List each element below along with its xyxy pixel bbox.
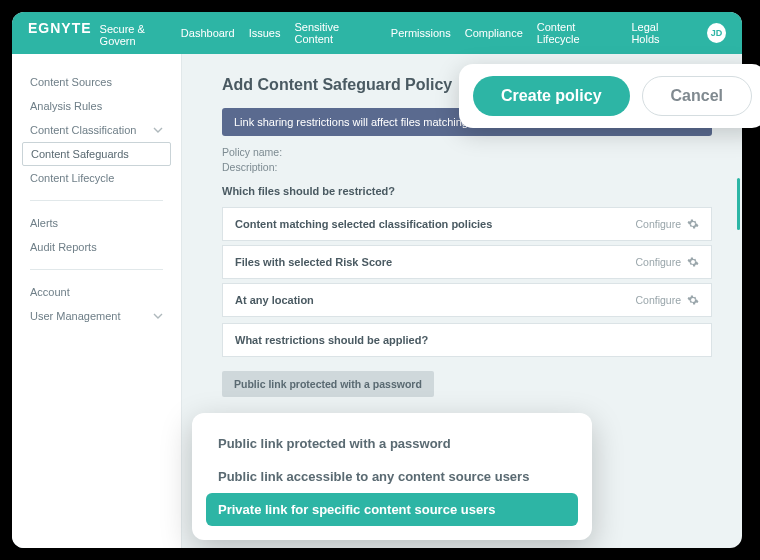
scrollbar-thumb[interactable] xyxy=(737,178,740,230)
nav-content-lifecycle[interactable]: Content Lifecycle xyxy=(537,21,618,45)
config-row-location[interactable]: At any location Configure xyxy=(222,283,712,317)
top-nav: Dashboard Issues Sensitive Content Permi… xyxy=(181,21,726,45)
action-bar: Create policy Cancel xyxy=(459,64,760,128)
brand-product: Secure & Govern xyxy=(100,23,181,47)
nav-permissions[interactable]: Permissions xyxy=(391,27,451,39)
sidebar-item-content-lifecycle[interactable]: Content Lifecycle xyxy=(12,166,181,190)
sidebar-item-label: Account xyxy=(30,286,70,298)
sidebar: Content Sources Analysis Rules Content C… xyxy=(12,54,182,548)
nav-legal-holds[interactable]: Legal Holds xyxy=(631,21,686,45)
sidebar-item-label: Audit Reports xyxy=(30,241,97,253)
nav-sensitive-content[interactable]: Sensitive Content xyxy=(294,21,376,45)
sidebar-divider xyxy=(30,200,163,201)
gear-icon[interactable] xyxy=(687,218,699,230)
sidebar-item-label: Content Lifecycle xyxy=(30,172,114,184)
dropdown-option-public-password[interactable]: Public link protected with a password xyxy=(206,427,578,460)
description-label: Description: xyxy=(222,161,277,173)
dropdown-option-public-any-user[interactable]: Public link accessible to any content so… xyxy=(206,460,578,493)
configure-link[interactable]: Configure xyxy=(635,256,681,268)
sidebar-item-user-management[interactable]: User Management xyxy=(12,304,181,328)
sidebar-item-audit-reports[interactable]: Audit Reports xyxy=(12,235,181,259)
brand: EGNYTE Secure & Govern xyxy=(28,20,181,47)
avatar[interactable]: JD xyxy=(707,23,726,43)
nav-dashboard[interactable]: Dashboard xyxy=(181,27,235,39)
dropdown-option-private-specific[interactable]: Private link for specific content source… xyxy=(206,493,578,526)
restriction-chip[interactable]: Public link protected with a password xyxy=(222,371,434,397)
section-question-restrictions: What restrictions should be applied? xyxy=(222,323,712,357)
brand-logo: EGNYTE xyxy=(28,20,92,36)
sidebar-item-label: User Management xyxy=(30,310,121,322)
restriction-dropdown: Public link protected with a password Pu… xyxy=(192,413,592,540)
sidebar-item-label: Analysis Rules xyxy=(30,100,102,112)
config-row-classification[interactable]: Content matching selected classification… xyxy=(222,207,712,241)
sidebar-item-label: Content Safeguards xyxy=(31,148,129,160)
config-row-label: At any location xyxy=(235,294,635,306)
chevron-down-icon xyxy=(153,311,163,321)
sidebar-item-account[interactable]: Account xyxy=(12,280,181,304)
gear-icon[interactable] xyxy=(687,294,699,306)
sidebar-item-content-sources[interactable]: Content Sources xyxy=(12,70,181,94)
sidebar-item-content-classification[interactable]: Content Classification xyxy=(12,118,181,142)
nav-compliance[interactable]: Compliance xyxy=(465,27,523,39)
nav-issues[interactable]: Issues xyxy=(249,27,281,39)
sidebar-divider xyxy=(30,269,163,270)
sidebar-item-content-safeguards[interactable]: Content Safeguards xyxy=(22,142,171,166)
config-row-label: Files with selected Risk Score xyxy=(235,256,635,268)
policy-name-label: Policy name: xyxy=(222,146,282,158)
create-policy-button[interactable]: Create policy xyxy=(473,76,629,116)
cancel-button[interactable]: Cancel xyxy=(642,76,752,116)
sidebar-item-alerts[interactable]: Alerts xyxy=(12,211,181,235)
gear-icon[interactable] xyxy=(687,256,699,268)
sidebar-item-label: Alerts xyxy=(30,217,58,229)
configure-link[interactable]: Configure xyxy=(635,294,681,306)
config-row-risk-score[interactable]: Files with selected Risk Score Configure xyxy=(222,245,712,279)
sidebar-item-label: Content Classification xyxy=(30,124,136,136)
sidebar-item-analysis-rules[interactable]: Analysis Rules xyxy=(12,94,181,118)
config-row-label: Content matching selected classification… xyxy=(235,218,635,230)
sidebar-item-label: Content Sources xyxy=(30,76,112,88)
section-question-files: Which files should be restricted? xyxy=(222,185,712,197)
top-bar: EGNYTE Secure & Govern Dashboard Issues … xyxy=(12,12,742,54)
chevron-down-icon xyxy=(153,125,163,135)
configure-link[interactable]: Configure xyxy=(635,218,681,230)
